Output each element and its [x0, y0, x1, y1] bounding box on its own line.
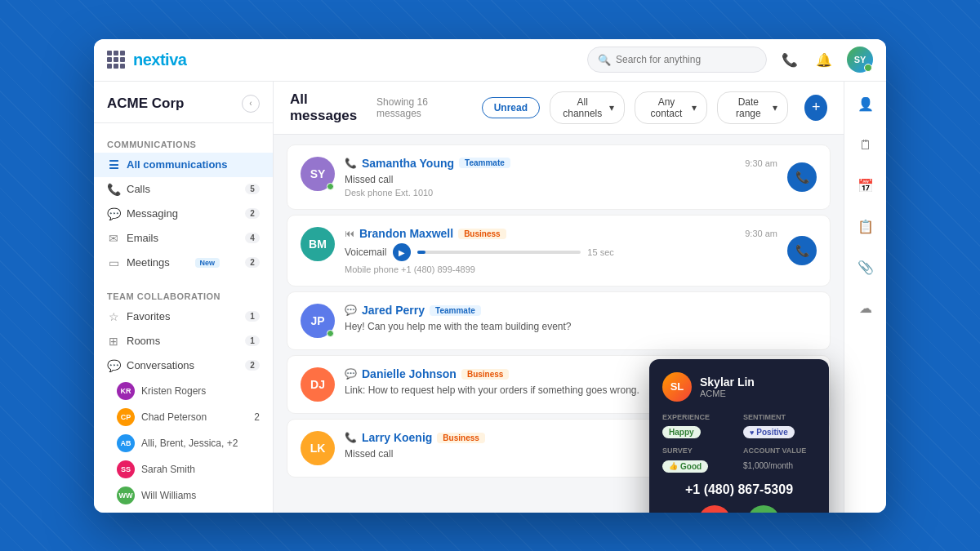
- favorites-badge: 1: [245, 311, 260, 322]
- calls-badge: 5: [245, 184, 260, 194]
- search-icon: 🔍: [598, 54, 611, 66]
- meetings-icon: ▭: [107, 256, 120, 269]
- sidebar-item-favorites[interactable]: ☆ Favorites 1: [94, 304, 273, 329]
- popup-phone: +1 (480) 867-5309: [662, 482, 816, 497]
- popup-header: SL Skylar Lin ACME: [662, 372, 816, 402]
- sender-name: Samantha Young: [362, 157, 454, 170]
- table-row[interactable]: JP 💬 Jared Perry Teammate Hey! Can you h…: [287, 291, 831, 350]
- grid-menu-icon[interactable]: [107, 51, 125, 69]
- user-avatar[interactable]: SY: [847, 47, 873, 73]
- sidebar-header: ACME Corp ‹: [94, 82, 273, 123]
- call-button[interactable]: 📞: [787, 162, 817, 192]
- decline-button[interactable]: ✕: [698, 505, 731, 513]
- sidebar-item-all-comms[interactable]: ☰ All communications: [94, 153, 273, 177]
- sender-name: Larry Koenig: [362, 431, 432, 444]
- progress-bar[interactable]: [417, 251, 581, 254]
- sidebar-item-meetings[interactable]: ▭ Meetings New 2: [94, 251, 273, 275]
- sidebar-item-conversations[interactable]: 💬 Conversations 2: [94, 353, 273, 378]
- notes-icon[interactable]: 🗒: [853, 132, 879, 158]
- sender-name: Jared Perry: [362, 304, 425, 317]
- survey-label: SURVEY: [662, 447, 735, 455]
- experience-field: EXPERIENCE Happy: [662, 413, 735, 439]
- sub-avatar: CP: [117, 408, 135, 426]
- call-button[interactable]: 📞: [787, 236, 817, 265]
- play-button[interactable]: ▶: [393, 243, 411, 261]
- sub-item-label: Alli, Brent, Jessica, +2: [141, 438, 238, 449]
- emails-badge: 4: [245, 233, 260, 243]
- bell-icon[interactable]: 🔔: [813, 48, 835, 71]
- tasks-icon[interactable]: 📋: [853, 214, 879, 240]
- search-input[interactable]: [616, 54, 756, 65]
- all-channels-dropdown[interactable]: All channels ▾: [550, 91, 625, 124]
- chevron-down-icon: ▾: [773, 102, 777, 113]
- sidebar-item-label: Rooms: [127, 335, 160, 347]
- avatar: JP: [301, 304, 335, 338]
- sidebar-item-label: Calls: [127, 183, 150, 195]
- avatar: BM: [301, 227, 335, 261]
- all-channels-label: All channels: [560, 96, 605, 119]
- chad-badge: 2: [254, 411, 260, 423]
- popup-actions: ✕ 📞: [662, 505, 816, 513]
- message-time: 9:30 am: [745, 229, 777, 238]
- sub-item-chad[interactable]: CP Chad Peterson 2: [94, 404, 273, 430]
- add-button[interactable]: +: [804, 95, 827, 121]
- account-label: ACCOUNT VALUE: [743, 447, 816, 455]
- table-row[interactable]: SY 📞 Samantha Young Teammate 9:30 am Mis…: [287, 144, 831, 211]
- emails-icon: ✉: [107, 232, 120, 245]
- messages-title: All messages: [290, 91, 367, 124]
- sub-item-label: Chad Peterson: [141, 411, 207, 423]
- sidebar: ACME Corp ‹ Communications ☰ All communi…: [94, 82, 274, 513]
- sidebar-item-rooms[interactable]: ⊞ Rooms 1: [94, 329, 273, 353]
- calendar-icon[interactable]: 📅: [853, 173, 879, 199]
- avatar: LK: [301, 431, 335, 465]
- team-label: Team collaboration: [94, 285, 273, 304]
- table-row[interactable]: BM ⏮ Brandon Maxwell Business 9:30 am Vo…: [287, 215, 831, 287]
- avatar-initials: SY: [854, 55, 866, 64]
- sub-item-sarah[interactable]: SS Sarah Smith: [94, 456, 273, 482]
- date-range-dropdown[interactable]: Date range ▾: [717, 91, 788, 124]
- sidebar-item-messaging[interactable]: 💬 Messaging 2: [94, 202, 273, 226]
- account-value-field: ACCOUNT VALUE $1,000/month: [743, 447, 816, 473]
- message-text: Missed call: [345, 173, 777, 187]
- contact-icon[interactable]: 👤: [853, 91, 879, 118]
- accept-button[interactable]: 📞: [747, 505, 780, 513]
- sub-avatar: SS: [117, 460, 135, 478]
- message-body: ⏮ Brandon Maxwell Business 9:30 am Voice…: [345, 227, 777, 274]
- voicemail-label: Voicemail: [345, 246, 386, 260]
- duration: 15 sec: [587, 247, 613, 257]
- sender-tag: Business: [461, 369, 509, 380]
- sub-item-label: Sarah Smith: [141, 464, 195, 475]
- sub-item-label: Kristen Rogers: [141, 385, 206, 397]
- popup-contact-info: Skylar Lin ACME: [700, 375, 755, 398]
- unread-filter-button[interactable]: Unread: [482, 97, 540, 118]
- rooms-icon: ⊞: [107, 335, 120, 348]
- chevron-down-icon: ▾: [609, 102, 614, 113]
- cloud-icon[interactable]: ☁: [853, 295, 879, 322]
- any-contact-dropdown[interactable]: Any contact ▾: [635, 91, 708, 124]
- attachments-icon[interactable]: 📎: [853, 255, 879, 281]
- phone-icon[interactable]: 📞: [778, 48, 801, 71]
- sidebar-item-emails[interactable]: ✉ Emails 4: [94, 226, 273, 251]
- sub-item-kristen[interactable]: KR Kristen Rogers: [94, 378, 273, 404]
- popup-name: Skylar Lin: [700, 375, 755, 389]
- progress-fill: [417, 251, 425, 254]
- sentiment-label: SENTIMENT: [743, 413, 816, 421]
- sub-avatar: AB: [117, 434, 135, 452]
- main-layout: ACME Corp ‹ Communications ☰ All communi…: [94, 82, 886, 513]
- message-text: Hey! Can you help me with the team build…: [345, 320, 817, 334]
- conversations-icon: 💬: [107, 359, 120, 372]
- phone-call-icon: 📞: [345, 158, 357, 169]
- all-comms-icon: ☰: [107, 158, 120, 171]
- sub-item-will[interactable]: WW Will Williams: [94, 482, 273, 509]
- voicemail-icon: ⏮: [345, 228, 354, 239]
- sender-tag: Business: [437, 433, 484, 443]
- sub-item-group[interactable]: AB Alli, Brent, Jessica, +2: [94, 430, 273, 456]
- search-bar[interactable]: 🔍: [587, 47, 767, 73]
- avatar: DJ: [301, 367, 335, 402]
- sidebar-item-calls[interactable]: 📞 Calls 5: [94, 177, 273, 202]
- message-time: 9:30 am: [745, 158, 777, 168]
- right-rail: 👤 🗒 📅 📋 📎 ☁: [844, 82, 886, 513]
- sender-name: Brandon Maxwell: [359, 227, 453, 240]
- conversations-badge: 2: [245, 360, 260, 371]
- collapse-button[interactable]: ‹: [242, 95, 260, 113]
